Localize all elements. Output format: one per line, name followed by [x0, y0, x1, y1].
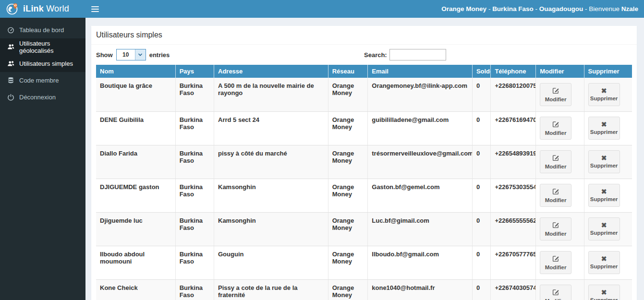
sidebar-item-label: Code membre	[19, 77, 59, 84]
column-header-modifier[interactable]: Modifier	[536, 65, 584, 78]
delete-button[interactable]: ✖Supprimer	[588, 285, 620, 300]
x-delete-icon: ✖	[601, 88, 607, 94]
globe-pin-logo-icon: $	[6, 1, 19, 17]
modify-button-label: Modifier	[545, 231, 567, 237]
cell-supprimer: ✖Supprimer	[584, 78, 632, 111]
database-icon	[7, 77, 14, 84]
sidebar: Tableau de bordUtilisateurs géolocalisés…	[0, 18, 85, 300]
modify-button[interactable]: Modifier	[540, 150, 571, 173]
cell-supprimer: ✖Supprimer	[584, 246, 632, 279]
sidebar-item-utilisateurs-simples[interactable]: Utilisateurs simples	[0, 55, 85, 72]
sidebar-item-utilisateurs-geolocalises[interactable]: Utilisateurs géolocalisés	[0, 38, 85, 55]
search-label: Search:	[364, 51, 387, 59]
cell-adresse: Pissy a cote de la rue de la fraternité	[214, 279, 328, 300]
modify-button[interactable]: Modifier	[540, 83, 571, 106]
cell-adresse: Gouguin	[214, 246, 328, 279]
delete-button-label: Supprimer	[590, 264, 618, 269]
sidebar-toggle-hamburger-icon[interactable]	[91, 6, 99, 12]
cell-pays: Burkina Faso	[175, 279, 214, 300]
page-size-value: 10	[117, 49, 135, 60]
column-header-email[interactable]: Email	[368, 65, 473, 78]
cell-telephone: +22670577765	[491, 246, 536, 279]
modify-button-label: Modifier	[545, 197, 567, 203]
delete-button-label: Supprimer	[590, 163, 618, 168]
column-header-pays[interactable]: Pays	[175, 65, 214, 78]
cell-email: kone1040@hotmail.fr	[368, 279, 473, 300]
modify-button-label: Modifier	[545, 298, 567, 300]
users-icon	[7, 60, 14, 68]
delete-button[interactable]: ✖Supprimer	[588, 117, 620, 140]
modify-button[interactable]: Modifier	[540, 285, 571, 300]
sidebar-item-deconnexion[interactable]: Déconnexion	[0, 89, 85, 106]
x-delete-icon: ✖	[601, 289, 607, 296]
entries-label: entries	[149, 51, 170, 59]
column-header-reseau[interactable]: Réseau	[328, 65, 368, 78]
cell-modifier: Modifier	[536, 78, 584, 111]
cell-reseau: Orange Money	[328, 145, 368, 179]
delete-button[interactable]: ✖Supprimer	[588, 83, 620, 106]
cell-adresse: Kamsonghin	[214, 212, 328, 246]
panel-header: Utilisateurs simples	[91, 26, 637, 45]
x-delete-icon: ✖	[601, 121, 607, 128]
sidebar-item-label: Déconnexion	[19, 94, 56, 101]
modify-button[interactable]: Modifier	[540, 117, 571, 140]
cell-pays: Burkina Faso	[175, 111, 214, 145]
svg-text:$: $	[14, 4, 16, 7]
delete-button-label: Supprimer	[590, 196, 618, 202]
cell-supprimer: ✖Supprimer	[584, 145, 632, 179]
cell-nom: Djiguemde luc	[96, 212, 175, 246]
cell-pays: Burkina Faso	[175, 179, 214, 212]
column-header-telephone[interactable]: Téléphone	[491, 65, 536, 78]
x-delete-icon: ✖	[601, 189, 607, 195]
delete-button[interactable]: ✖Supprimer	[588, 217, 620, 240]
cell-telephone: +22680120075	[491, 78, 536, 111]
cell-nom: Kone Cheick	[96, 279, 175, 300]
modify-button-label: Modifier	[545, 96, 567, 102]
cell-supprimer: ✖Supprimer	[584, 179, 632, 212]
users-table: NomPaysAdresseRéseauEmailSoldeTéléphoneM…	[96, 65, 632, 300]
column-header-nom[interactable]: Nom	[96, 65, 175, 78]
sidebar-item-code-membre[interactable]: Code membre	[0, 72, 85, 89]
app-title: iLink World	[23, 4, 69, 14]
delete-button-label: Supprimer	[590, 129, 618, 135]
app-logo[interactable]: $ iLink World	[0, 0, 85, 18]
cell-solde: 0	[472, 111, 491, 145]
modify-button-label: Modifier	[545, 130, 567, 136]
edit-pencil-icon	[552, 154, 559, 162]
cell-pays: Burkina Faso	[175, 212, 214, 246]
table-row: DENE GuibililaBurkina FasoArrd 5 sect 24…	[96, 111, 632, 145]
table-row: DJIGUEMDE gastonBurkina FasoKamsonghinOr…	[96, 179, 632, 212]
cell-telephone: +22674030574	[491, 279, 536, 300]
cell-nom: Diallo Farida	[96, 145, 175, 179]
x-delete-icon: ✖	[601, 256, 607, 262]
page-size-select[interactable]: 10	[116, 49, 146, 60]
cell-reseau: Orange Money	[328, 179, 368, 212]
modify-button[interactable]: Modifier	[540, 251, 571, 274]
cell-modifier: Modifier	[536, 111, 584, 145]
power-icon	[7, 94, 14, 101]
topbar: $ iLink World Orange Money - Burkina Fas…	[0, 0, 644, 18]
dashboard-icon	[7, 26, 14, 34]
cell-telephone: +22654893919	[491, 145, 536, 179]
modify-button[interactable]: Modifier	[540, 184, 571, 207]
table-controls: Show 10 entries Search:	[96, 48, 632, 61]
search-input[interactable]	[389, 49, 446, 60]
table-row: Boutique la grâceBurkina FasoA 500 m de …	[96, 78, 632, 111]
delete-button[interactable]: ✖Supprimer	[588, 251, 620, 274]
cell-modifier: Modifier	[536, 179, 584, 212]
column-header-solde[interactable]: Solde	[472, 65, 491, 78]
cell-reseau: Orange Money	[328, 78, 368, 111]
column-header-adresse[interactable]: Adresse	[214, 65, 328, 78]
cell-email: Orangemoney.bf@ilink-app.com	[368, 78, 473, 111]
delete-button-label: Supprimer	[590, 96, 618, 101]
sidebar-item-tableau-de-bord[interactable]: Tableau de bord	[0, 22, 85, 38]
delete-button[interactable]: ✖Supprimer	[588, 184, 620, 207]
users-panel: Utilisateurs simples Show 10 entries Sea…	[91, 26, 637, 300]
delete-button[interactable]: ✖Supprimer	[588, 150, 620, 173]
column-header-supprimer[interactable]: Supprimer	[584, 65, 632, 78]
cell-adresse: Kamsonghin	[214, 179, 328, 212]
page-length-control: Show 10 entries	[96, 49, 364, 60]
cell-solde: 0	[472, 78, 491, 111]
modify-button[interactable]: Modifier	[540, 217, 571, 240]
cell-reseau: Orange Money	[328, 111, 368, 145]
